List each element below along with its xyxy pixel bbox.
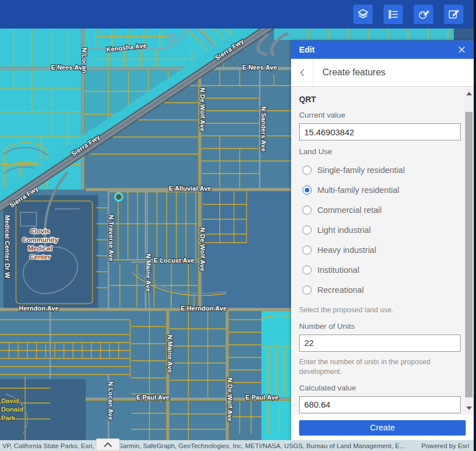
radio-icon bbox=[302, 265, 312, 275]
app-toolbar bbox=[0, 0, 476, 29]
legend-button[interactable] bbox=[384, 5, 403, 24]
map-label: E Nees Ave bbox=[51, 64, 86, 71]
chevron-up-icon bbox=[104, 442, 112, 450]
map-label: E Alluvial Ave bbox=[169, 185, 211, 192]
basemap-button[interactable] bbox=[414, 5, 433, 24]
map-label: Donald bbox=[1, 406, 23, 413]
radio-icon bbox=[302, 226, 312, 235]
layers-icon bbox=[357, 8, 369, 21]
calculated-value-input[interactable] bbox=[299, 396, 461, 413]
number-of-units-input[interactable] bbox=[299, 335, 461, 352]
radio-option-institutional[interactable]: Institutional bbox=[302, 260, 457, 280]
panel-subtitle: Create features bbox=[313, 59, 385, 86]
radio-icon bbox=[302, 245, 312, 255]
radio-icon bbox=[302, 186, 312, 195]
legend-list-icon bbox=[387, 8, 400, 21]
attribution-sources: VP, California State Parks, Esri, HERE, … bbox=[2, 442, 413, 449]
map-label: N De Wolf Ave bbox=[199, 88, 206, 132]
calculated-value-label: Calculated value bbox=[299, 384, 457, 392]
radio-option-single-family[interactable]: Single-family residential bbox=[302, 160, 457, 180]
map-label: N De Wolf Ave bbox=[227, 378, 233, 422]
scrollbar-track[interactable] bbox=[465, 89, 473, 413]
map-label: N Maine Ave bbox=[145, 254, 152, 292]
create-features-titlebar: Create features bbox=[291, 59, 474, 87]
edit-pencil-icon bbox=[447, 8, 460, 21]
attribution-collapse-button[interactable] bbox=[96, 438, 120, 451]
map-label: N Locan bbox=[81, 48, 88, 74]
map-label: E Paul Ave bbox=[245, 394, 279, 401]
map-label: E Locust Ave bbox=[154, 257, 194, 264]
land-use-help: Select the proposed land use. bbox=[299, 305, 456, 315]
map-label: N De Wolf Ave bbox=[199, 228, 206, 272]
map-label: David bbox=[1, 397, 19, 404]
map-label: E Paul Ave bbox=[136, 394, 170, 401]
create-features-form: QRT Current value Land Use Single-family… bbox=[291, 87, 474, 415]
map-marker[interactable] bbox=[115, 194, 123, 201]
app-window: Kenosha AveSierra FwyE Nees AveE Nees Av… bbox=[0, 0, 476, 451]
map-label: Clovis bbox=[30, 228, 50, 235]
panel-footer: Create bbox=[291, 415, 474, 440]
map-label: Center bbox=[30, 253, 51, 260]
current-value-label: Current value bbox=[299, 111, 457, 119]
chevron-left-icon bbox=[299, 68, 305, 78]
current-value-input[interactable] bbox=[299, 123, 461, 140]
create-button[interactable]: Create bbox=[299, 420, 466, 436]
radio-icon bbox=[302, 166, 312, 175]
map-label: Herndon Ave bbox=[19, 305, 59, 312]
map-label: Community bbox=[22, 236, 58, 243]
radio-option-multi-family[interactable]: Multi-family residential bbox=[302, 180, 457, 200]
scrollbar-down-arrow[interactable] bbox=[466, 406, 472, 410]
map-label: Medical Center Dr W bbox=[4, 215, 11, 279]
radio-icon bbox=[302, 206, 312, 215]
land-use-label: Land Use bbox=[299, 147, 457, 156]
radio-option-commercial-retail[interactable]: Commercial retail bbox=[302, 200, 457, 220]
scrollbar-thumb[interactable] bbox=[465, 112, 473, 397]
powered-by-esri: Powered by Esri bbox=[413, 442, 474, 449]
map-label: N Maine Ave bbox=[167, 335, 174, 373]
edit-button[interactable] bbox=[444, 5, 463, 24]
map-label: E Nees Ave bbox=[242, 64, 277, 71]
close-button[interactable] bbox=[458, 46, 466, 54]
number-of-units-label: Number of Units bbox=[299, 322, 457, 331]
section-title: QRT bbox=[299, 95, 457, 104]
panel-title: Edit bbox=[299, 45, 314, 54]
number-of-units-help: Enter the number of units in the propose… bbox=[299, 357, 456, 377]
layers-button[interactable] bbox=[353, 5, 373, 24]
map-label: N Locan Ave bbox=[107, 381, 114, 420]
map-label: N Sanders Ave bbox=[260, 106, 267, 151]
close-icon bbox=[458, 46, 466, 54]
edit-panel: Edit Create features QRT Current value L… bbox=[291, 41, 474, 440]
basemap-palette-icon bbox=[417, 8, 430, 21]
radio-option-light-industrial[interactable]: Light industrial bbox=[302, 220, 457, 240]
back-button[interactable] bbox=[291, 59, 313, 86]
window-edge bbox=[474, 0, 476, 451]
map-label: Park bbox=[1, 414, 16, 421]
map-attribution: VP, California State Parks, Esri, HERE, … bbox=[0, 440, 474, 451]
scrollbar-up-arrow[interactable] bbox=[466, 92, 472, 95]
map-label: E Herndon Ave bbox=[181, 305, 227, 312]
edit-panel-header: Edit bbox=[291, 41, 474, 59]
map-label: Medical bbox=[28, 245, 52, 252]
radio-icon bbox=[302, 285, 312, 295]
map-label: N Traverse Ave bbox=[108, 215, 115, 261]
radio-option-recreational[interactable]: Recreational bbox=[302, 280, 457, 300]
radio-option-heavy-industrial[interactable]: Heavy industrial bbox=[302, 240, 457, 260]
